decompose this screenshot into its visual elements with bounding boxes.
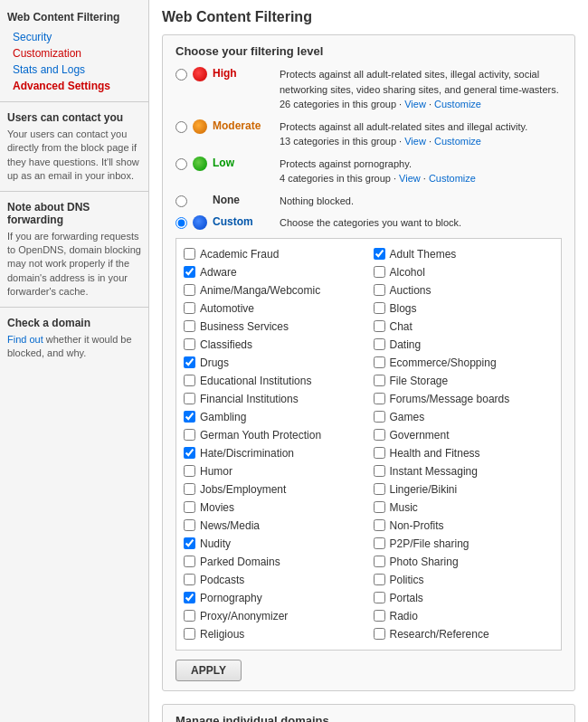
category-checkbox-proxy-anonymizer[interactable]: [184, 610, 195, 622]
category-checkbox-chat[interactable]: [374, 320, 385, 332]
category-checkbox-auctions[interactable]: [374, 284, 385, 296]
sidebar-item-security[interactable]: Security: [0, 29, 148, 45]
category-item: News/Media: [184, 518, 365, 534]
category-checkbox-portals[interactable]: [374, 592, 385, 603]
sidebar-item-stats-logs[interactable]: Stats and Logs: [0, 62, 148, 78]
category-checkbox-movies[interactable]: [184, 501, 195, 513]
category-checkbox-parked-domains[interactable]: [184, 556, 195, 567]
category-checkbox-file-storage[interactable]: [374, 375, 385, 386]
category-checkbox-news-media[interactable]: [184, 519, 195, 531]
filter-radio-none[interactable]: [175, 195, 187, 207]
category-item: Music: [374, 499, 555, 516]
category-checkbox-government[interactable]: [374, 429, 385, 441]
filter-desc-none: Nothing blocked.: [280, 194, 354, 209]
category-label: P2P/File sharing: [390, 537, 469, 550]
category-checkbox-games[interactable]: [374, 411, 385, 423]
category-checkbox-research-reference[interactable]: [374, 628, 385, 640]
category-item: Non-Profits: [374, 518, 555, 534]
category-item: Politics: [374, 572, 555, 588]
moderate-view-link[interactable]: View: [404, 136, 426, 147]
category-checkbox-lingerie-bikini[interactable]: [374, 483, 385, 495]
category-label: Pornography: [200, 592, 262, 604]
category-label: Auctions: [390, 284, 432, 297]
category-checkbox-business-services[interactable]: [184, 320, 195, 332]
category-checkbox-humor[interactable]: [184, 465, 195, 477]
category-label: Nudity: [200, 537, 231, 550]
category-checkbox-hate-discrimination[interactable]: [184, 447, 195, 459]
category-label: Movies: [200, 501, 234, 514]
category-item: Adware: [184, 264, 365, 280]
check-domain-link[interactable]: Find out: [7, 334, 43, 345]
high-customize-link[interactable]: Customize: [434, 99, 481, 109]
category-checkbox-german-youth-protection[interactable]: [184, 429, 195, 441]
category-checkbox-drugs[interactable]: [184, 356, 195, 368]
low-view-link[interactable]: View: [399, 173, 421, 184]
category-checkbox-nudity[interactable]: [184, 537, 195, 549]
category-checkbox-alcohol[interactable]: [374, 266, 385, 278]
category-label: Instant Messaging: [390, 465, 478, 478]
filter-level-box: Choose your filtering level High Protect…: [162, 34, 575, 691]
category-checkbox-pornography[interactable]: [184, 592, 195, 603]
category-label: Financial Institutions: [200, 393, 299, 405]
filter-radio-low[interactable]: [175, 158, 187, 170]
filter-radio-custom[interactable]: [175, 217, 187, 229]
category-checkbox-instant-messaging[interactable]: [374, 465, 385, 477]
category-item: Chat: [374, 318, 555, 335]
category-item: Business Services: [184, 318, 365, 335]
category-checkbox-gambling[interactable]: [184, 411, 195, 423]
category-checkbox-politics[interactable]: [374, 574, 385, 585]
category-item: Pornography: [184, 590, 365, 606]
category-label: Jobs/Employment: [200, 483, 286, 496]
sidebar-users-text: Your users can contact you directly from…: [7, 128, 141, 184]
category-item: Adult Themes: [374, 246, 555, 262]
category-label: Educational Institutions: [200, 375, 311, 387]
filter-radio-high[interactable]: [175, 69, 187, 81]
category-checkbox-adware[interactable]: [184, 266, 195, 278]
category-checkbox-radio[interactable]: [374, 610, 385, 622]
sidebar-dns-title: Note about DNS forwarding: [7, 201, 141, 226]
category-checkbox-financial-institutions[interactable]: [184, 393, 195, 404]
category-checkbox-jobs-employment[interactable]: [184, 483, 195, 495]
category-item: Health and Fitness: [374, 445, 555, 461]
category-checkbox-ecommerce-shopping[interactable]: [374, 356, 385, 368]
category-checkbox-academic-fraud[interactable]: [184, 248, 195, 260]
filter-radio-moderate[interactable]: [175, 121, 187, 133]
category-item: Games: [374, 409, 555, 425]
category-item: Portals: [374, 590, 555, 606]
category-checkbox-podcasts[interactable]: [184, 574, 195, 585]
category-checkbox-health-and-fitness[interactable]: [374, 447, 385, 459]
category-item: Photo Sharing: [374, 554, 555, 570]
moderate-customize-link[interactable]: Customize: [434, 136, 481, 147]
sidebar-dns-text: If you are forwarding requests to OpenDN…: [7, 230, 141, 299]
category-checkbox-anime-manga-webcomic[interactable]: [184, 284, 195, 296]
category-label: Dating: [390, 338, 422, 351]
category-checkbox-blogs[interactable]: [374, 302, 385, 314]
sidebar-dns-section: Note about DNS forwarding If you are for…: [0, 201, 148, 299]
filter-option-none: None Nothing blocked.: [175, 194, 562, 209]
sidebar-item-advanced-settings[interactable]: Advanced Settings: [0, 78, 148, 94]
category-checkbox-automotive[interactable]: [184, 302, 195, 314]
category-checkbox-adult-themes[interactable]: [374, 248, 385, 260]
filter-label-moderate: Moderate: [213, 119, 274, 132]
high-view-link[interactable]: View: [404, 99, 426, 109]
category-label: Ecommerce/Shopping: [390, 356, 497, 369]
sidebar-check-domain-text: Find out whether it would be blocked, an…: [7, 333, 141, 361]
category-checkbox-non-profits[interactable]: [374, 519, 385, 531]
category-item: Educational Institutions: [184, 373, 365, 389]
category-checkbox-dating[interactable]: [374, 338, 385, 350]
category-checkbox-forums-message-boards[interactable]: [374, 393, 385, 404]
category-checkbox-music[interactable]: [374, 501, 385, 513]
category-checkbox-photo-sharing[interactable]: [374, 556, 385, 567]
sidebar-title: Web Content Filtering: [0, 7, 148, 29]
filter-option-high: High Protects against all adult-related …: [175, 67, 562, 112]
category-checkbox-p2p-file-sharing[interactable]: [374, 537, 385, 549]
category-checkbox-classifieds[interactable]: [184, 338, 195, 350]
category-checkbox-religious[interactable]: [184, 628, 195, 640]
sidebar-item-customization[interactable]: Customization: [0, 45, 148, 62]
category-item: German Youth Protection: [184, 427, 365, 443]
low-customize-link[interactable]: Customize: [429, 173, 476, 184]
apply-button[interactable]: APPLY: [175, 660, 242, 681]
category-checkbox-educational-institutions[interactable]: [184, 375, 195, 386]
filter-label-high: High: [213, 67, 274, 80]
sidebar-users-section: Users can contact you Your users can con…: [0, 111, 148, 184]
